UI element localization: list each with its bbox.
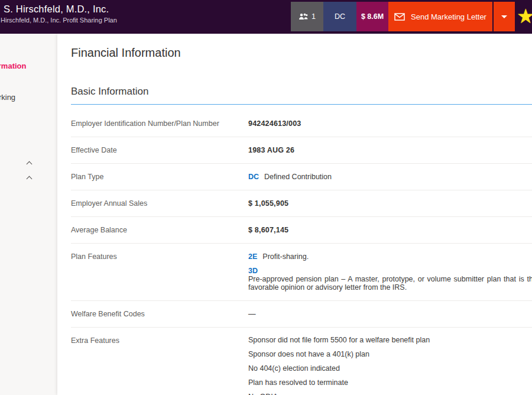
sidebar-item-financial-information[interactable]: Financial Information [0,61,26,70]
feature-code: 3D [248,267,258,275]
table-row-extra-features: Extra Features Sponsor did not file form… [71,328,532,395]
feature-code: 2E [248,252,257,261]
feature-text: Pre-approved pension plan – A master, pr… [248,275,532,292]
row-label: Plan Features [71,252,248,292]
row-label: Extra Features [71,336,248,395]
extra-feature-item: No 404(c) election indicated [248,365,532,373]
assets-badge[interactable]: $ 8.6M [356,2,388,31]
table-row-effective-date: Effective Date 1983 AUG 26 [71,137,532,164]
sidebar-item-benchmarking[interactable]: Benchmarking [0,93,15,102]
table-row-average-balance: Average Balance $ 8,607,145 [71,217,532,244]
table-row-plan-type: Plan Type DCDefined Contribution [71,164,532,190]
plan-name-subtitle: Hirschfeld, M.D., Inc. Profit Sharing Pl… [1,17,117,24]
table-row-plan-features: Plan Features 2EProfit-sharing. 3DPre-ap… [71,244,532,301]
row-value: 942424613/003 [248,119,532,128]
basic-information-table: Employer Identification Number/Plan Numb… [71,105,532,395]
marketing-dropdown-button[interactable] [494,2,515,31]
row-label: Effective Date [71,146,248,154]
envelope-icon [394,13,405,21]
sidebar: Financial Information Benchmarking [0,34,57,395]
company-title-block: S. Hirschfeld, M.D., Inc. Hirschfeld, M.… [4,4,117,24]
plan-type-code: DC [248,173,259,181]
plan-type-text: Defined Contribution [264,173,332,181]
row-value: 1983 AUG 26 [248,146,532,154]
row-value: — [248,310,532,318]
row-value: Sponsor did not file form 5500 for a wel… [248,336,532,395]
table-row-ein: Employer Identification Number/Plan Numb… [71,105,532,137]
section-title: Basic Information [71,86,532,98]
collapse-chevron-up-icon[interactable] [27,176,33,182]
participants-badge[interactable]: 1 [291,2,323,31]
extra-feature-item: Plan has resolved to terminate [248,379,532,387]
send-marketing-letter-button[interactable]: Send Marketing Letter [388,2,492,31]
collapse-chevron-up-icon[interactable] [27,161,33,167]
row-value: $ 8,607,145 [248,226,532,234]
plan-feature-item: 3DPre-approved pension plan – A master, … [248,267,532,292]
chevron-down-icon [501,15,507,18]
page-title: Financial Information [71,46,532,60]
plan-type-badge[interactable]: DC [323,2,356,31]
row-value: DCDefined Contribution [248,173,532,181]
row-value: 2EProfit-sharing. 3DPre-approved pension… [248,252,532,292]
extra-feature-item: Sponsor does not have a 401(k) plan [248,351,532,358]
row-label: Plan Type [71,173,248,181]
company-name: S. Hirschfeld, M.D., Inc. [4,4,117,15]
row-label: Employer Annual Sales [71,199,248,208]
participants-count: 1 [312,12,316,21]
row-label: Welfare Benefit Codes [71,310,248,318]
app-header: S. Hirschfeld, M.D., Inc. Hirschfeld, M.… [0,0,532,34]
plan-feature-item: 2EProfit-sharing. [248,252,532,261]
favorite-star-icon[interactable]: ★ [517,4,532,28]
send-marketing-letter-label: Send Marketing Letter [411,12,486,21]
table-row-welfare-codes: Welfare Benefit Codes — [71,301,532,328]
extra-feature-item: Sponsor did not file form 5500 for a wel… [248,336,532,344]
header-badges: 1 DC $ 8.6M Send Marketing Letter [291,2,515,31]
row-label: Employer Identification Number/Plan Numb… [71,119,248,128]
table-row-annual-sales: Employer Annual Sales $ 1,055,905 [71,190,532,217]
row-value: $ 1,055,905 [248,199,532,208]
feature-text: Profit-sharing. [262,252,309,261]
main-content: Financial Information Basic Information … [57,34,532,395]
people-group-icon [299,13,309,20]
row-label: Average Balance [71,226,248,234]
